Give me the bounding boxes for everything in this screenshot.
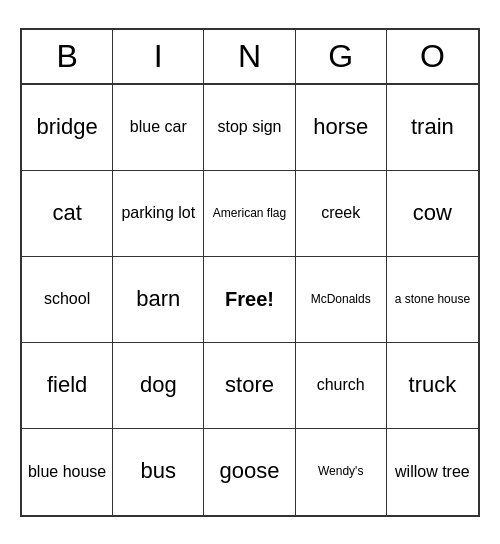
header-letter-i: I: [113, 30, 204, 83]
bingo-cell-6: parking lot: [113, 171, 204, 257]
bingo-cell-3: horse: [296, 85, 387, 171]
header-letter-g: G: [296, 30, 387, 83]
bingo-cell-20: blue house: [22, 429, 113, 515]
bingo-cell-12: Free!: [204, 257, 295, 343]
bingo-cell-17: store: [204, 343, 295, 429]
bingo-cell-1: blue car: [113, 85, 204, 171]
bingo-cell-2: stop sign: [204, 85, 295, 171]
bingo-cell-18: church: [296, 343, 387, 429]
bingo-cell-24: willow tree: [387, 429, 478, 515]
bingo-cell-13: McDonalds: [296, 257, 387, 343]
bingo-cell-5: cat: [22, 171, 113, 257]
bingo-header: BINGO: [22, 30, 478, 85]
bingo-cell-7: American flag: [204, 171, 295, 257]
bingo-cell-4: train: [387, 85, 478, 171]
bingo-grid: bridgeblue carstop signhorsetraincatpark…: [22, 85, 478, 515]
bingo-cell-19: truck: [387, 343, 478, 429]
bingo-cell-11: barn: [113, 257, 204, 343]
bingo-cell-15: field: [22, 343, 113, 429]
bingo-cell-8: creek: [296, 171, 387, 257]
bingo-card: BINGO bridgeblue carstop signhorsetrainc…: [20, 28, 480, 517]
bingo-cell-14: a stone house: [387, 257, 478, 343]
bingo-cell-9: cow: [387, 171, 478, 257]
header-letter-b: B: [22, 30, 113, 83]
header-letter-o: O: [387, 30, 478, 83]
bingo-cell-22: goose: [204, 429, 295, 515]
bingo-cell-23: Wendy's: [296, 429, 387, 515]
bingo-cell-21: bus: [113, 429, 204, 515]
header-letter-n: N: [204, 30, 295, 83]
bingo-cell-0: bridge: [22, 85, 113, 171]
bingo-cell-16: dog: [113, 343, 204, 429]
bingo-cell-10: school: [22, 257, 113, 343]
